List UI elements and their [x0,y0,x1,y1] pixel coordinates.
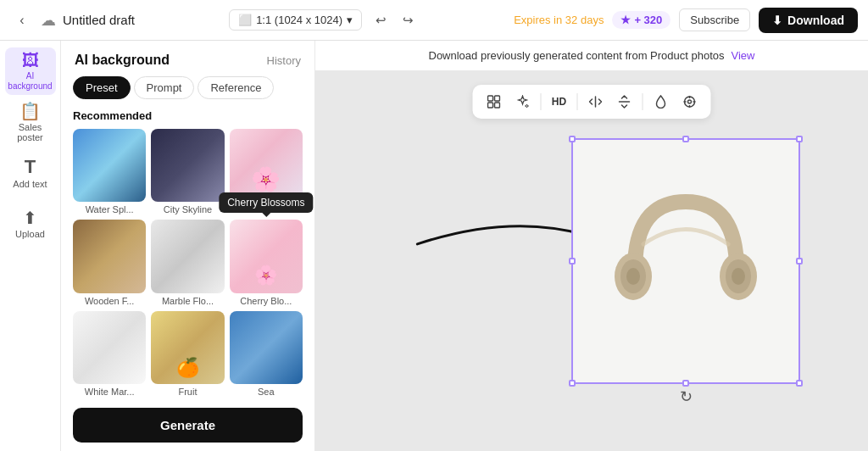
svg-rect-3 [495,103,500,108]
svg-point-16 [732,268,745,285]
credits-badge: ★ + 320 [612,11,670,29]
preset-label-flower: Flower [230,204,303,214]
svg-point-15 [626,268,640,285]
preset-item-cherry[interactable]: Cherry Blossoms 🌸 Cherry Blo... [230,220,303,305]
credits-star-icon: ★ [620,14,631,26]
topbar-center: ⬜ 1:1 (1024 x 1024) ▾ ↩ ↪ [145,8,504,32]
preset-item-fruit[interactable]: 🍊 Fruit [151,311,224,397]
redo-button[interactable]: ↪ [396,8,420,32]
canvas-size-icon: ⬜ [238,14,252,26]
download-button[interactable]: ⬇ Download [759,8,858,33]
preset-label-fruit: Fruit [151,387,224,397]
preset-item-flower[interactable]: 🌸 Flower [230,129,303,214]
sidebar-item-label-ai: AIbackground [8,71,52,92]
canvas-area: Download previously generated content fr… [315,41,868,451]
topbar-left: ‹ ☁ Untitled draft [10,8,135,32]
undo-button[interactable]: ↩ [369,8,392,32]
toolbar-magic-button[interactable] [510,89,536,114]
flip-v-icon [618,95,632,109]
drop-icon [655,95,667,109]
preset-label-sea: Sea [230,387,303,397]
refresh-button[interactable]: ↻ [680,387,693,406]
canvas-size-label: 1:1 (1024 x 1024) [256,14,342,26]
toolbar-divider-1 [541,93,542,110]
preset-img-cherry: 🌸 [230,220,303,292]
sidebar-item-label-upload: Upload [15,229,45,239]
panel-history-link[interactable]: History [267,54,301,67]
main-area: 🖼 AIbackground 📋 Sales poster T Add text… [0,41,868,451]
toolbar-divider-3 [643,93,643,110]
toolbar-flip-h-button[interactable] [583,89,609,114]
undo-redo-group: ↩ ↪ [369,8,420,32]
icon-sidebar: 🖼 AIbackground 📋 Sales poster T Add text… [0,41,61,451]
svg-rect-1 [495,96,500,101]
hd-label: HD [548,96,570,108]
ai-background-icon: 🖼 [22,52,39,69]
handle-middle-right[interactable] [796,258,803,264]
handle-bottom-right[interactable] [796,380,803,387]
canvas-notice-link[interactable]: View [732,49,755,62]
toolbar-flip-v-button[interactable] [612,89,637,114]
upload-icon: ⬆ [23,209,37,226]
handle-bottom-left[interactable] [569,380,576,387]
sidebar-item-upload[interactable]: ⬆ Upload [5,200,56,248]
back-icon: ‹ [19,13,24,28]
target-icon [683,95,697,109]
toolbar-target-button[interactable] [677,89,703,114]
add-text-icon: T [25,158,36,176]
toolbar-divider-2 [577,93,578,110]
preset-item-marble[interactable]: Marble Flo... [151,220,224,305]
preset-label-city: City Skyline [151,204,224,214]
svg-rect-0 [488,96,493,101]
preset-label-water: Water Spl... [73,204,146,214]
tab-bar: Preset Prompt Reference [61,76,314,109]
preset-img-sea [230,311,303,384]
handle-middle-left[interactable] [569,258,576,264]
handle-top-middle[interactable] [682,136,689,142]
toolbar-hd-button[interactable]: HD [547,89,572,114]
preset-img-water [73,129,146,202]
preset-label-white: White Mar... [73,387,146,397]
preset-item-water-splash[interactable]: Water Spl... [73,129,146,214]
preset-grid: Water Spl... City Skyline 🌸 Flower Woode… [61,129,314,399]
handle-top-right[interactable] [796,136,803,142]
topbar-right: Expires in 32 days ★ + 320 Subscribe ⬇ D… [514,8,858,33]
product-selection-box[interactable]: ↻ [571,138,800,384]
draft-title: Untitled draft [63,13,135,27]
sales-poster-icon: 📋 [19,103,41,120]
download-label: Download [787,14,844,27]
sidebar-item-ai-background[interactable]: 🖼 AIbackground [5,47,56,95]
preset-item-white-marble[interactable]: White Mar... [73,311,146,397]
sidebar-item-sales-poster[interactable]: 📋 Sales poster [5,98,56,146]
canvas-toolbar: HD [473,85,711,119]
panel: AI background History Preset Prompt Refe… [61,41,315,451]
handle-top-left[interactable] [569,136,576,142]
canvas-notice: Download previously generated content fr… [315,41,868,71]
preset-item-city-skyline[interactable]: City Skyline [151,129,224,214]
tab-reference[interactable]: Reference [198,76,274,99]
canvas-size-button[interactable]: ⬜ 1:1 (1024 x 1024) ▾ [229,9,362,31]
toolbar-grid-button[interactable] [481,89,507,114]
svg-point-5 [688,100,692,103]
tab-preset[interactable]: Preset [73,76,131,99]
panel-header: AI background History [61,41,314,76]
back-button[interactable]: ‹ [10,8,34,32]
subscribe-button[interactable]: Subscribe [679,8,750,31]
preset-img-flower: 🌸 [230,129,303,202]
grid-icon [487,95,501,109]
tab-prompt[interactable]: Prompt [134,76,195,99]
download-icon: ⬇ [772,14,782,27]
preset-img-marble [151,220,224,292]
preset-label-cherry: Cherry Blo... [230,296,303,306]
preset-item-wooden[interactable]: Wooden F... [73,220,146,305]
canvas-notice-text: Download previously generated content fr… [429,49,725,62]
toolbar-drop-button[interactable] [648,89,674,114]
preset-item-sea[interactable]: Sea [230,311,303,397]
preset-label-wooden: Wooden F... [73,296,146,306]
handle-bottom-middle[interactable] [682,380,689,387]
sidebar-item-add-text[interactable]: T Add text [5,149,56,197]
recommended-label: Recommended [61,109,314,129]
generate-button[interactable]: Generate [73,408,303,443]
preset-label-marble: Marble Flo... [151,296,224,306]
preset-img-white [73,311,146,384]
